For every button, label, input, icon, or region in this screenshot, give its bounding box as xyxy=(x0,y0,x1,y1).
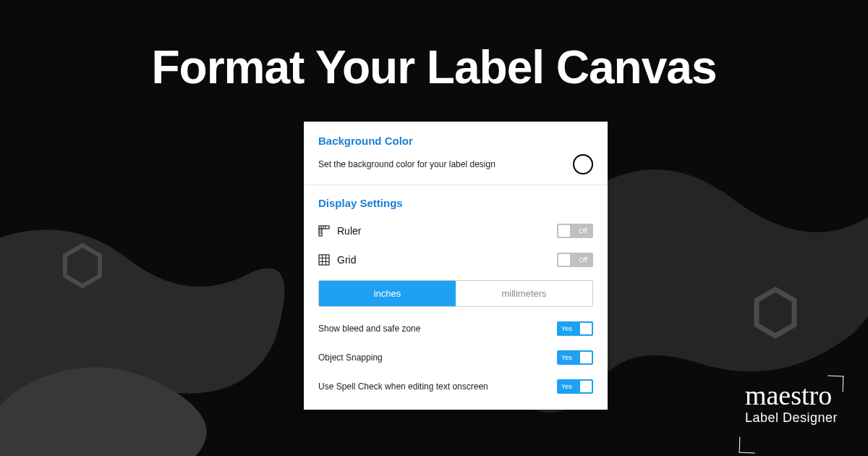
svg-rect-6 xyxy=(319,229,322,236)
divider xyxy=(304,185,608,185)
background-color-swatch[interactable] xyxy=(573,154,593,174)
page-title: Format Your Label Canvas xyxy=(0,41,868,94)
unit-switch: inches millimeters xyxy=(318,280,593,307)
display-settings-heading: Display Settings xyxy=(318,197,593,209)
snap-label: Object Snapping xyxy=(318,352,383,363)
grid-label: Grid xyxy=(337,254,356,266)
unit-millimeters[interactable]: millimeters xyxy=(456,281,592,306)
bleed-toggle[interactable]: Yes xyxy=(557,321,593,336)
unit-inches[interactable]: inches xyxy=(319,281,456,306)
ruler-toggle[interactable]: Off xyxy=(557,224,593,238)
background-color-heading: Background Color xyxy=(318,135,593,147)
spell-label: Use Spell Check when editing text onscre… xyxy=(318,381,488,392)
ruler-icon xyxy=(318,225,330,237)
background-color-desc: Set the background color for your label … xyxy=(318,159,495,169)
grid-toggle[interactable]: Off xyxy=(557,253,593,267)
svg-marker-0 xyxy=(65,245,100,286)
grid-icon xyxy=(318,254,330,266)
hexagon-icon xyxy=(752,287,799,339)
svg-rect-2 xyxy=(319,226,329,229)
spell-toggle[interactable]: Yes xyxy=(557,379,593,394)
bleed-label: Show bleed and safe zone xyxy=(318,324,420,334)
snap-toggle[interactable]: Yes xyxy=(557,350,593,365)
settings-panel: Background Color Set the background colo… xyxy=(304,122,608,410)
ruler-label: Ruler xyxy=(337,225,361,237)
svg-marker-1 xyxy=(757,290,794,336)
svg-rect-9 xyxy=(319,255,329,265)
brand-logo: maestro Label Designer xyxy=(745,381,838,426)
hexagon-icon xyxy=(62,243,103,288)
